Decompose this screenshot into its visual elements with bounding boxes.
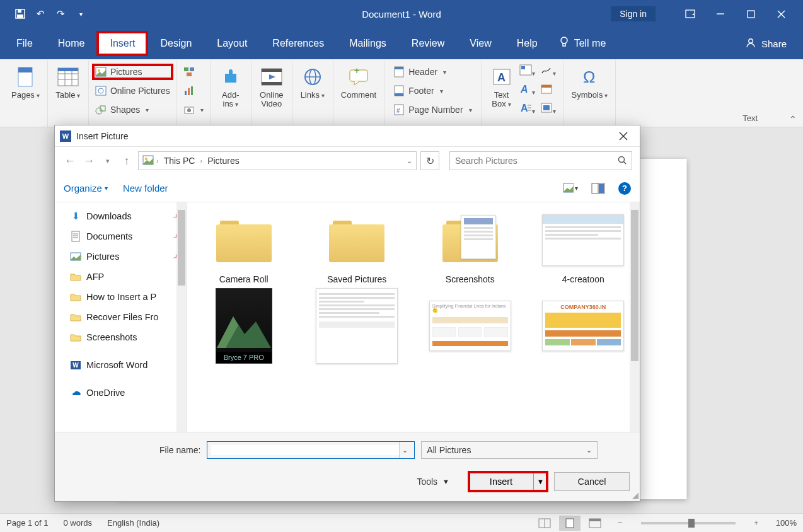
tree-item-howto[interactable]: How to Insert a P bbox=[59, 287, 187, 307]
file-name-dropdown[interactable]: ⌄ bbox=[399, 442, 410, 458]
tree-scrollbar[interactable] bbox=[176, 202, 187, 432]
folder-screenshots[interactable]: Screenshots bbox=[417, 210, 523, 284]
nav-forward-button[interactable]: → bbox=[81, 153, 96, 168]
tab-home[interactable]: Home bbox=[45, 32, 98, 55]
print-layout-icon[interactable] bbox=[559, 516, 581, 531]
file-name-input[interactable] bbox=[211, 445, 399, 455]
cancel-button[interactable]: Cancel bbox=[554, 472, 630, 491]
table-button[interactable]: Table bbox=[55, 62, 81, 100]
read-mode-icon[interactable] bbox=[534, 516, 555, 531]
preview-pane-button[interactable] bbox=[591, 182, 606, 195]
window-minimize-button[interactable] bbox=[706, 3, 735, 25]
tab-file[interactable]: File bbox=[4, 32, 45, 55]
path-segment-pictures[interactable]: Pictures bbox=[205, 154, 242, 167]
date-time-icon[interactable] bbox=[540, 83, 556, 97]
folder-saved-pictures[interactable]: Saved Pictures bbox=[304, 210, 410, 284]
tree-item-downloads[interactable]: ⬇Downloads📌 bbox=[59, 206, 187, 226]
address-dropdown-icon[interactable]: ⌄ bbox=[407, 157, 412, 165]
tree-item-afp[interactable]: AFP bbox=[59, 267, 187, 287]
ribbon-display-options-icon[interactable] bbox=[676, 3, 705, 25]
resize-grip-icon[interactable]: ◢ bbox=[632, 490, 638, 500]
share-button[interactable]: Share bbox=[732, 33, 799, 54]
web-layout-icon[interactable] bbox=[584, 516, 606, 531]
tree-item-pictures[interactable]: Pictures📌 bbox=[59, 246, 187, 267]
symbols-button[interactable]: Ω Symbols bbox=[572, 62, 608, 100]
tab-mailings[interactable]: Mailings bbox=[337, 32, 399, 55]
online-pictures-button[interactable]: Online Pictures bbox=[93, 83, 173, 98]
undo-icon[interactable]: ↶ bbox=[32, 5, 49, 23]
file-doc2[interactable] bbox=[304, 296, 410, 356]
tree-item-onedrive[interactable]: OneDrive bbox=[59, 383, 187, 403]
smartart-button[interactable] bbox=[181, 64, 206, 79]
redo-icon[interactable]: ↷ bbox=[52, 5, 69, 23]
qat-customize-icon[interactable]: ▾ bbox=[72, 5, 90, 23]
zoom-percent[interactable]: 100% bbox=[776, 518, 797, 528]
tree-item-screenshots[interactable]: Screenshots bbox=[59, 327, 187, 347]
file-company360[interactable]: COMPANY360.IN bbox=[531, 296, 637, 356]
tab-design[interactable]: Design bbox=[147, 32, 204, 55]
tree-item-documents[interactable]: Documents📌 bbox=[59, 226, 187, 246]
insert-dropdown[interactable]: ▼ bbox=[533, 472, 547, 491]
quick-parts-icon[interactable]: ▾ bbox=[519, 64, 535, 78]
file-4-creatoon[interactable]: 4-creatoon bbox=[531, 210, 637, 284]
dialog-close-button[interactable] bbox=[612, 127, 635, 145]
path-segment-this-pc[interactable]: This PC bbox=[161, 154, 198, 167]
save-icon[interactable] bbox=[11, 5, 29, 23]
zoom-in-button[interactable]: + bbox=[746, 516, 767, 531]
tab-layout[interactable]: Layout bbox=[204, 32, 260, 55]
drop-cap-icon[interactable]: A▾ bbox=[519, 102, 535, 116]
object-icon[interactable]: ▾ bbox=[540, 102, 556, 116]
zoom-out-button[interactable]: − bbox=[609, 516, 631, 531]
tree-item-recover[interactable]: Recover Files Fro bbox=[59, 307, 187, 327]
refresh-button[interactable]: ↻ bbox=[420, 151, 439, 170]
file-scrollbar[interactable] bbox=[630, 202, 640, 432]
tab-view[interactable]: View bbox=[457, 32, 504, 55]
window-close-button[interactable] bbox=[766, 3, 795, 25]
addins-button[interactable]: Add- ins bbox=[218, 62, 243, 109]
file-name-combo[interactable]: ⌄ bbox=[207, 441, 415, 459]
file-type-filter[interactable]: All Pictures ⌄ bbox=[421, 441, 598, 459]
nav-up-button[interactable]: ↑ bbox=[119, 153, 134, 168]
collapse-ribbon-icon[interactable]: ⌃ bbox=[789, 114, 797, 124]
tab-insert[interactable]: Insert bbox=[97, 32, 147, 55]
page-number-button[interactable]: #Page Number bbox=[391, 102, 474, 117]
footer-button[interactable]: Footer bbox=[391, 83, 474, 98]
wordart-icon[interactable]: A▾ bbox=[519, 83, 535, 97]
shapes-button[interactable]: Shapes bbox=[93, 102, 173, 117]
help-button[interactable]: ? bbox=[618, 182, 631, 195]
address-bar[interactable]: › This PC › Pictures ⌄ bbox=[138, 151, 417, 170]
file-bryce[interactable]: Bryce 7 PRO bbox=[191, 296, 297, 356]
window-maximize-button[interactable] bbox=[736, 3, 765, 25]
screenshot-button[interactable] bbox=[181, 102, 206, 117]
tab-references[interactable]: References bbox=[260, 32, 337, 55]
chart-button[interactable] bbox=[181, 83, 206, 98]
folder-camera-roll[interactable]: Camera Roll bbox=[191, 210, 297, 284]
word-count[interactable]: 0 words bbox=[64, 518, 93, 528]
sign-in-button[interactable]: Sign in bbox=[611, 6, 656, 21]
organize-menu[interactable]: Organize ▾ bbox=[64, 183, 108, 194]
comment-button[interactable]: + Comment bbox=[341, 62, 376, 100]
links-button[interactable]: Links bbox=[300, 62, 325, 100]
header-button[interactable]: Header bbox=[391, 64, 474, 79]
pictures-button[interactable]: Pictures bbox=[93, 64, 173, 79]
tree-item-msword[interactable]: WMicrosoft Word bbox=[59, 355, 187, 375]
nav-back-button[interactable]: ← bbox=[62, 153, 78, 168]
file-doc3[interactable]: Simplifying Financial Lives for Indians … bbox=[417, 296, 523, 356]
insert-button[interactable]: Insert ▼ bbox=[468, 471, 548, 492]
search-box[interactable] bbox=[449, 151, 632, 170]
search-input[interactable] bbox=[455, 156, 618, 166]
nav-history-dropdown[interactable]: ▾ bbox=[100, 153, 115, 168]
signature-icon[interactable]: ▾ bbox=[540, 64, 556, 78]
online-video-button[interactable]: Online Video bbox=[259, 62, 284, 109]
tell-me-button[interactable]: Tell me bbox=[550, 36, 615, 51]
new-folder-button[interactable]: New folder bbox=[123, 183, 168, 194]
zoom-slider[interactable] bbox=[641, 522, 736, 524]
text-box-button[interactable]: A Text Box bbox=[489, 62, 514, 109]
pages-button[interactable]: Pages bbox=[11, 62, 40, 100]
view-menu[interactable]: ▾ bbox=[563, 182, 578, 195]
page-indicator[interactable]: Page 1 of 1 bbox=[6, 518, 49, 528]
tools-menu[interactable]: Tools▼ bbox=[417, 477, 449, 487]
language-indicator[interactable]: English (India) bbox=[107, 518, 159, 528]
tab-review[interactable]: Review bbox=[399, 32, 457, 55]
tab-help[interactable]: Help bbox=[504, 32, 550, 55]
